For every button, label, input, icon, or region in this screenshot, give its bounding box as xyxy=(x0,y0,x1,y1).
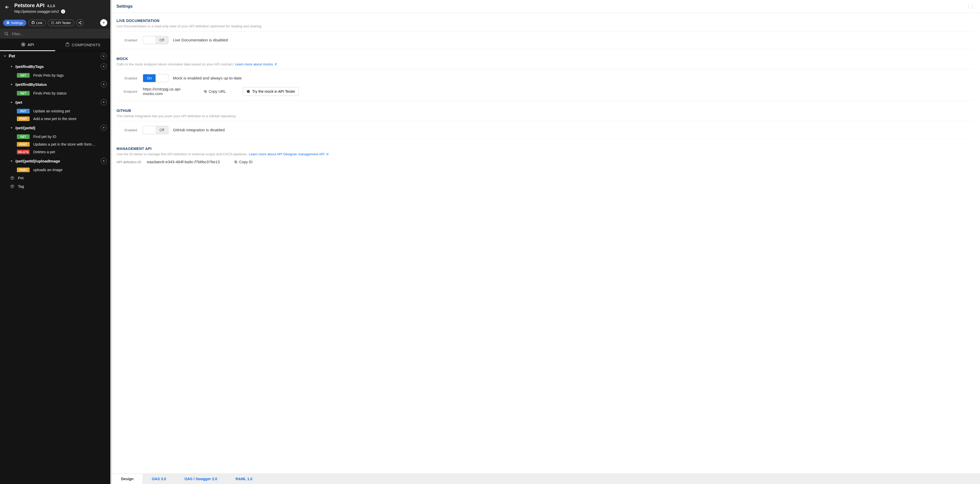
api-id-label: API definition ID xyxy=(116,160,142,164)
api-id-value: eaa3aec6-e343-484f-ba9c-f7b6bc376e13 xyxy=(147,160,220,164)
tree-operation[interactable]: POST uploads an image xyxy=(0,166,110,174)
add-to-path-button[interactable] xyxy=(101,125,107,131)
add-to-group-button[interactable] xyxy=(101,53,107,59)
section-description: The GitHub integration lets you push you… xyxy=(116,114,973,118)
add-button[interactable] xyxy=(100,19,107,26)
section-heading: MOCK xyxy=(116,57,973,61)
tree-schema[interactable]: Pet xyxy=(0,174,110,182)
tree-path[interactable]: /pet/findByStatus xyxy=(0,79,110,89)
bottom-tab-raml[interactable]: RAML 1.0 xyxy=(226,474,262,484)
path-label: /pet/{petId}/uploadImage xyxy=(15,159,60,163)
operation-summary: Updates a pet in the store with form… xyxy=(33,142,95,146)
api-tester-button[interactable]: API Tester xyxy=(48,20,74,26)
tab-api[interactable]: API xyxy=(0,38,55,51)
add-to-path-button[interactable] xyxy=(101,99,107,105)
api-version: 4.1.0 xyxy=(47,4,55,8)
sidebar-toolbar: Settings Link API Tester xyxy=(0,17,110,29)
method-badge: GET xyxy=(17,91,30,95)
schema-name: Pet xyxy=(18,176,24,180)
enabled-label: Enabled xyxy=(116,76,138,80)
section-description: Use the ID below to manage this API defi… xyxy=(116,152,973,156)
back-button[interactable] xyxy=(0,3,14,10)
api-url: http://petstore.swagger.io/v2 xyxy=(14,10,59,14)
operation-summary: uploads an image xyxy=(33,168,62,172)
section-heading: MANAGEMENT API xyxy=(116,147,973,151)
method-badge: GET xyxy=(17,73,30,78)
tree-path[interactable]: /pet/{petId} xyxy=(0,122,110,133)
section-management-api: MANAGEMENT API Use the ID below to manag… xyxy=(112,141,977,167)
sidebar: Petstore API 4.1.0 http://petstore.swagg… xyxy=(0,0,110,484)
add-to-path-button[interactable] xyxy=(101,63,107,70)
bottom-tab-oas2[interactable]: OAS / Swagger 2.0 xyxy=(175,474,226,484)
operation-summary: Find pet by ID xyxy=(33,135,56,139)
operation-summary: Deletes a pet xyxy=(33,150,55,154)
filter-bar xyxy=(0,29,110,38)
section-github: GITHUB The GitHub integration lets you p… xyxy=(112,103,977,141)
chevron-down-icon xyxy=(10,82,13,87)
tree-operation[interactable]: GET Finds Pets by status xyxy=(0,89,110,97)
tree-operation[interactable]: GET Find pet by ID xyxy=(0,133,110,140)
section-live-doc: LIVE DOCUMENTATION Live Documentation is… xyxy=(112,13,977,51)
tree-group-pet[interactable]: Pet xyxy=(0,51,110,61)
tree-operation[interactable]: POST Add a new pet to the store xyxy=(0,115,110,122)
method-badge: POST xyxy=(17,168,30,172)
share-button[interactable] xyxy=(76,19,84,26)
operation-summary: Finds Pets by tags xyxy=(33,73,64,78)
live-doc-toggle[interactable]: On Off xyxy=(143,36,169,44)
tree-operation[interactable]: GET Finds Pets by tags xyxy=(0,71,110,79)
tree-path[interactable]: /pet/{petId}/uploadImage xyxy=(0,156,110,166)
bottom-tab-oas3[interactable]: OAS 3.0 xyxy=(143,474,175,484)
chevron-down-icon xyxy=(10,159,13,163)
chevron-down-icon xyxy=(10,126,13,130)
filter-input[interactable] xyxy=(12,32,106,36)
mock-toggle[interactable]: On Off xyxy=(143,74,169,82)
add-to-path-button[interactable] xyxy=(101,81,107,87)
grip-icon[interactable]: ⋮⋮ xyxy=(965,3,975,9)
copy-id-button[interactable]: Copy ID xyxy=(234,160,252,164)
tree-operation[interactable]: POST Updates a pet in the store with for… xyxy=(0,140,110,148)
endpoint-label: Endpoint xyxy=(116,90,138,94)
mock-status: Mock is enabled and always up-to-date xyxy=(173,76,242,81)
enabled-label: Enabled xyxy=(116,128,138,132)
copy-url-button[interactable]: Copy URL xyxy=(204,89,226,94)
learn-more-mocks-link[interactable]: Learn more about mocks xyxy=(235,62,277,66)
tree-operation[interactable]: PUT Update an existing pet xyxy=(0,107,110,115)
page-title: Settings xyxy=(116,4,133,9)
info-icon[interactable]: i xyxy=(61,10,65,14)
learn-more-mgmt-link[interactable]: Learn more about API Designer management… xyxy=(249,152,329,156)
tree-path[interactable]: /pet/findByTags xyxy=(0,61,110,71)
operation-summary: Finds Pets by status xyxy=(33,91,67,95)
section-mock: MOCK Calls to the mock endpoint return s… xyxy=(112,51,977,103)
chevron-down-icon xyxy=(10,64,13,69)
section-heading: GITHUB xyxy=(116,109,973,113)
tree-operation[interactable]: DELETE Deletes a pet xyxy=(0,148,110,156)
cube-icon xyxy=(10,184,14,189)
method-badge: POST xyxy=(17,116,30,121)
chevron-down-icon xyxy=(3,54,6,59)
mock-endpoint-value: https://cmtcpgj.us.api-mocks.com xyxy=(143,87,199,96)
section-description: Live Documentation is a read-only view o… xyxy=(116,24,973,28)
operation-summary: Update an existing pet xyxy=(33,109,70,113)
add-to-path-button[interactable] xyxy=(101,158,107,164)
link-button[interactable]: Link xyxy=(29,20,46,26)
method-badge: PUT xyxy=(17,109,30,113)
sidebar-header: Petstore API 4.1.0 http://petstore.swagg… xyxy=(0,0,110,17)
section-description: Calls to the mock endpoint return simula… xyxy=(116,62,973,66)
bottom-tabs: Design OAS 3.0 OAS / Swagger 2.0 RAML 1.… xyxy=(112,473,980,484)
api-tree: Pet /pet/findByTags GET Finds Pets by ta… xyxy=(0,51,110,484)
path-label: /pet/{petId} xyxy=(15,126,35,130)
chevron-down-icon xyxy=(10,100,13,105)
settings-button[interactable]: Settings xyxy=(3,20,26,26)
svg-point-3 xyxy=(5,32,8,35)
tab-components[interactable]: COMPONENTS xyxy=(55,38,110,51)
api-title: Petstore API xyxy=(14,3,45,8)
bottom-tab-design[interactable]: Design xyxy=(112,474,143,484)
operation-summary: Add a new pet to the store xyxy=(33,117,76,121)
tree-path[interactable]: /pet xyxy=(0,97,110,107)
method-badge: GET xyxy=(17,134,30,139)
search-icon xyxy=(4,32,9,36)
tree-schema[interactable]: Tag xyxy=(0,182,110,190)
github-toggle[interactable]: On Off xyxy=(143,126,169,134)
try-mock-button[interactable]: Try the mock in API Tester xyxy=(243,87,299,96)
sidebar-tabs: API COMPONENTS xyxy=(0,38,110,51)
